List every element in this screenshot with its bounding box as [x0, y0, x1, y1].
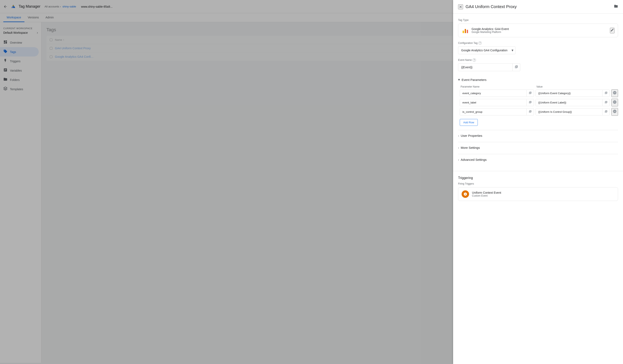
- event-params-header[interactable]: ▾ Event Parameters: [458, 75, 618, 84]
- config-tag-field: Configuration Tag ? Google Analytics GA4…: [458, 41, 618, 54]
- more-settings-section: › More Settings: [458, 144, 618, 151]
- tag-type-info: Google Analytics: GA4 Event Google Marke…: [462, 27, 509, 34]
- advanced-settings-header[interactable]: › Advanced Settings: [458, 156, 618, 163]
- user-properties-section: › User Properties: [458, 132, 618, 140]
- config-tag-select-wrapper: Google Analytics GA4 Configuration ▾: [458, 46, 515, 54]
- user-properties-arrow: ›: [458, 134, 459, 137]
- param-value-3-wrapper: [535, 108, 610, 116]
- param-remove-1[interactable]: [611, 89, 618, 97]
- event-name-field: Event Name ?: [458, 58, 618, 71]
- event-params-arrow: ▾: [458, 77, 460, 82]
- tag-type-platform: Google Marketing Platform: [471, 31, 509, 34]
- param-remove-2[interactable]: [611, 99, 618, 106]
- svg-rect-4: [467, 30, 468, 33]
- param-name-3-wrapper: [460, 108, 534, 116]
- modal-title: GA4 Uniform Context Proxy: [466, 4, 611, 9]
- param-name-3-picker[interactable]: [526, 109, 534, 115]
- param-row-3: [460, 108, 618, 116]
- trigger-details: Uniform Context Event Custom Event: [472, 191, 501, 197]
- col-value-label: Value: [535, 85, 610, 88]
- param-value-3-picker[interactable]: [602, 109, 610, 115]
- col-param-label: Parameter Name: [460, 85, 534, 88]
- svg-rect-3: [465, 29, 466, 33]
- tag-modal: GA4 Uniform Context Proxy Tag Type Googl…: [453, 0, 623, 363]
- tag-type-edit-button[interactable]: [610, 28, 615, 33]
- param-value-1-picker[interactable]: [602, 90, 610, 96]
- param-value-2[interactable]: [536, 99, 602, 106]
- event-name-picker-icon[interactable]: [512, 63, 520, 71]
- trigger-icon: [462, 190, 469, 198]
- trigger-type: Custom Event: [472, 194, 501, 197]
- param-value-3[interactable]: [536, 108, 602, 115]
- triggering-section: Triggering Firing Triggers Uniform Conte…: [453, 171, 623, 206]
- divider-3: [458, 154, 618, 154]
- event-name-label: Event Name ?: [458, 58, 618, 62]
- params-table: Parameter Name Value: [460, 84, 618, 127]
- event-params-title: Event Parameters: [462, 78, 487, 81]
- add-row-label: Add Row: [463, 121, 474, 124]
- tag-type-name: Google Analytics: GA4 Event: [471, 27, 509, 31]
- tag-type-icon: [462, 27, 469, 34]
- param-name-1-wrapper: [460, 90, 534, 97]
- param-value-1[interactable]: [536, 90, 602, 97]
- more-settings-header[interactable]: › More Settings: [458, 144, 618, 151]
- param-value-1-wrapper: [535, 90, 610, 97]
- param-name-1[interactable]: [460, 90, 526, 97]
- triggering-sublabel: Firing Triggers: [458, 182, 618, 185]
- param-name-2-picker[interactable]: [526, 99, 534, 106]
- params-table-header: Parameter Name Value: [460, 84, 618, 89]
- param-name-1-picker[interactable]: [526, 90, 534, 96]
- more-settings-arrow: ›: [458, 146, 459, 149]
- param-row-2: [460, 99, 618, 106]
- param-name-2-wrapper: [460, 99, 534, 106]
- svg-rect-2: [463, 31, 464, 33]
- more-settings-title: More Settings: [461, 146, 480, 149]
- param-row-1: [460, 89, 618, 97]
- trigger-name: Uniform Context Event: [472, 191, 501, 194]
- user-properties-title: User Properties: [461, 134, 482, 137]
- param-name-2[interactable]: [460, 99, 526, 106]
- modal-body: Tag Type Google Analytics: GA4 Event Goo…: [453, 14, 623, 171]
- param-name-3[interactable]: [460, 108, 526, 115]
- modal-header: GA4 Uniform Context Proxy: [453, 0, 623, 14]
- config-tag-help-icon[interactable]: ?: [478, 41, 482, 45]
- modal-folder-icon[interactable]: [614, 4, 618, 9]
- advanced-settings-arrow: ›: [458, 158, 459, 162]
- config-tag-label: Configuration Tag ?: [458, 41, 618, 45]
- param-remove-3[interactable]: [611, 108, 618, 116]
- user-properties-header[interactable]: › User Properties: [458, 132, 618, 140]
- tag-type-label: Tag Type: [458, 19, 618, 21]
- event-name-input-wrapper: [458, 63, 520, 71]
- trigger-card[interactable]: Uniform Context Event Custom Event: [458, 187, 618, 201]
- event-params-section: ▾ Event Parameters Parameter Name Value: [458, 75, 618, 127]
- event-name-help-icon[interactable]: ?: [473, 58, 476, 62]
- config-tag-select[interactable]: Google Analytics GA4 Configuration: [458, 46, 515, 54]
- tag-type-card: Google Analytics: GA4 Event Google Marke…: [458, 24, 618, 37]
- event-name-input[interactable]: [458, 63, 512, 71]
- advanced-settings-section: › Advanced Settings: [458, 156, 618, 163]
- modal-close-button[interactable]: [458, 4, 463, 9]
- event-params-content: Parameter Name Value: [458, 84, 618, 127]
- divider-1: [458, 130, 618, 130]
- add-row-button[interactable]: Add Row: [460, 119, 478, 126]
- param-value-2-wrapper: [535, 99, 610, 106]
- divider-2: [458, 142, 618, 142]
- tag-type-details: Google Analytics: GA4 Event Google Marke…: [471, 27, 509, 34]
- advanced-settings-title: Advanced Settings: [461, 158, 487, 162]
- triggering-title: Triggering: [458, 176, 618, 180]
- param-value-2-picker[interactable]: [602, 99, 610, 106]
